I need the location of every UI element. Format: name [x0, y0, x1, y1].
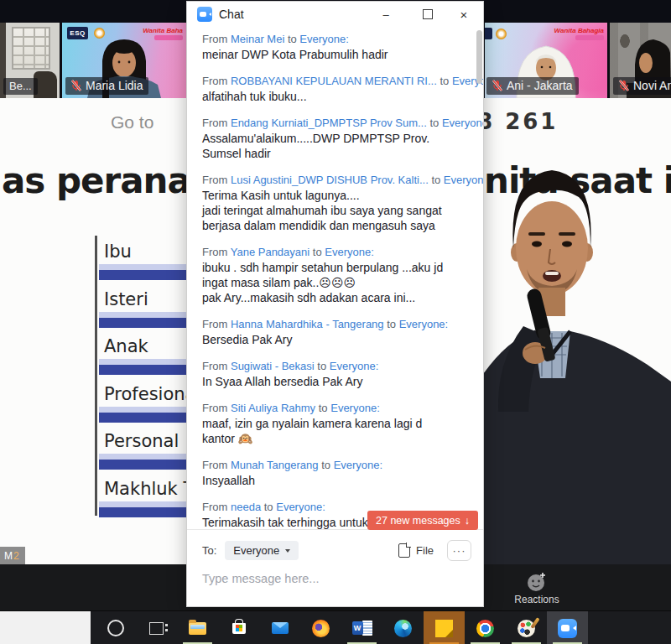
event-banner-text: Wanita Baha [143, 27, 183, 34]
slide-goto-text: Go to [111, 112, 153, 132]
chat-message-header: From Hanna Mahardhika - Tangerang to Eve… [202, 317, 470, 332]
new-messages-badge[interactable]: 27 new messages ↓ [367, 511, 478, 530]
bar [99, 312, 190, 328]
taskbar-item-ms-store[interactable] [218, 611, 259, 644]
edge-icon [394, 620, 412, 637]
chat-message: From Hanna Mahardhika - Tangerang to Eve… [202, 317, 470, 347]
chat-message-text: ingat masa silam pak..☹☹☹ [202, 275, 470, 290]
chat-message-text: pak Ary...makasih sdh adakan acara ini..… [202, 290, 470, 305]
event-banner-bar [154, 35, 183, 40]
taskbar-item-word[interactable] [341, 611, 382, 644]
task-view-icon [149, 622, 164, 635]
participant-name: Be... [9, 80, 32, 92]
sender-name: Lusi Agustini_DWP DISHUB Prov. Kalti... [231, 174, 429, 186]
participant-name: Novi Ang [633, 79, 671, 92]
chat-message-text: In Syaa Allah bersedia Pak Ary [202, 374, 470, 389]
esq-logo-partial [485, 28, 492, 39]
bar-label: Anak [104, 336, 148, 356]
speaker-photo [483, 98, 671, 564]
chat-scrollbar[interactable] [476, 30, 482, 84]
reactions-label: Reactions [514, 594, 559, 605]
recipient-name: Everyone: [442, 117, 483, 129]
cortana-icon [107, 620, 124, 636]
chat-message-header: From Endang Kurniati_DPMPTSP Prov Sum...… [202, 116, 470, 131]
bar [99, 359, 190, 375]
participant-name: Maria Lidia [86, 79, 143, 92]
file-button[interactable]: File [398, 543, 434, 558]
chat-message-header: From Lusi Agustini_DWP DISHUB Prov. Kalt… [202, 173, 470, 188]
recipient-dropdown[interactable]: Everyone [225, 541, 299, 560]
bar-label: Profesional [104, 384, 200, 404]
recipient-value: Everyone [233, 544, 279, 557]
watermark-letter: M [4, 550, 13, 562]
taskbar-item-sticky-notes[interactable] [424, 611, 465, 644]
chat-message-text: Assalamu'alaikum.....DWP DPMPTSP Prov. [202, 131, 470, 146]
bar-label: Isteri [104, 289, 148, 309]
chat-message-text: alfatihah tuk ibuku... [202, 89, 470, 104]
minimize-button[interactable]: – [373, 2, 398, 27]
chat-message-text: kantor 🙉 [202, 431, 470, 446]
taskbar-item-firefox[interactable] [300, 611, 341, 644]
chat-window: Chat – × From Meinar Mei to Everyone:mei… [187, 2, 483, 606]
video-tile-be[interactable]: Be... [0, 23, 60, 98]
taskbar-item-task-view[interactable] [136, 611, 177, 644]
taskbar-item-edge[interactable] [382, 611, 424, 644]
sender-name: Endang Kurniati_DPMPTSP Prov Sum... [231, 117, 427, 129]
desktop: Be... ESQ Wanita Baha Maria Lidia [0, 0, 671, 644]
chat-app-icon [197, 7, 212, 22]
recipient-name: Everyone: [276, 501, 325, 513]
taskbar-item-mail[interactable] [259, 611, 300, 644]
reactions-smiley-icon [526, 571, 548, 593]
muted-mic-icon [71, 80, 81, 91]
bar-label: Makhluk T [104, 479, 194, 499]
sender-name: Sugiwati - Bekasi [231, 360, 315, 372]
recipient-name: Everyone: [330, 402, 380, 414]
reactions-button[interactable]: Reactions [502, 567, 572, 609]
bar-label: Ibu [104, 242, 132, 262]
chat-message-header: From Munah Tangerang to Everyone: [202, 458, 470, 473]
chat-message-text: maaf, izin ga nyalain kamera karena lagi… [202, 416, 470, 431]
chat-message-list[interactable]: From Meinar Mei to Everyone:meinar DWP K… [187, 27, 483, 534]
zoom-icon [558, 619, 577, 638]
taskbar-item-chrome[interactable] [465, 611, 506, 644]
watermark-number: 2 [13, 550, 19, 562]
chat-message-text: ibuku . sdh hampir setahun berpulang ...… [202, 260, 470, 275]
mail-icon [272, 622, 289, 634]
maximize-button[interactable] [415, 2, 440, 27]
chat-message-text: Insyaallah [202, 473, 470, 488]
muted-mic-icon [492, 80, 502, 91]
recipient-name: Everyone: [399, 318, 449, 330]
recipient-name: Everyone: [334, 459, 383, 471]
participant-name-label: Be... [3, 78, 38, 95]
taskbar-item-zoom[interactable] [547, 611, 588, 644]
recipient-name: Everyone: [325, 246, 374, 258]
chat-titlebar[interactable]: Chat – × [187, 2, 483, 27]
ms-store-icon [232, 623, 246, 634]
chat-message-text: Sumsel hadir [202, 146, 470, 161]
bar [99, 501, 190, 517]
sender-name: Siti Auliya Rahmy [231, 402, 315, 414]
taskbar-item-cortana[interactable] [95, 611, 136, 644]
chat-message: From Lusi Agustini_DWP DISHUB Prov. Kalt… [202, 173, 470, 233]
taskbar-item-paint[interactable] [506, 611, 547, 644]
chat-message-header: From Siti Auliya Rahmy to Everyone: [202, 401, 470, 416]
message-input[interactable]: Type message here... [202, 572, 471, 585]
recipient-name: Everyone: [299, 33, 349, 45]
video-tile-maria[interactable]: ESQ Wanita Baha Maria Lidia [62, 23, 186, 98]
event-banner-bar [575, 35, 604, 40]
chat-message-header: From Yane Pandayani to Everyone: [202, 245, 470, 260]
video-tile-novi[interactable]: Novi Ang [610, 23, 671, 98]
word-icon [352, 621, 372, 636]
taskbar-item-file-explorer[interactable] [177, 611, 218, 644]
sender-name: Yane Pandayani [231, 246, 309, 258]
taskbar-item-search-box[interactable] [0, 611, 91, 644]
more-options-button[interactable]: ··· [447, 540, 471, 561]
chevron-down-icon [285, 549, 290, 553]
participant-name-label: Ani - Jakarta [486, 77, 579, 95]
chat-message: From Yane Pandayani to Everyone:ibuku . … [202, 245, 470, 305]
close-button[interactable]: × [451, 2, 476, 27]
video-tile-ani[interactable]: Wanita Bahagia Ani - Jakarta [485, 23, 607, 98]
bar [99, 407, 190, 423]
recipient-name: Everyone: [330, 360, 379, 372]
file-icon [398, 543, 410, 558]
